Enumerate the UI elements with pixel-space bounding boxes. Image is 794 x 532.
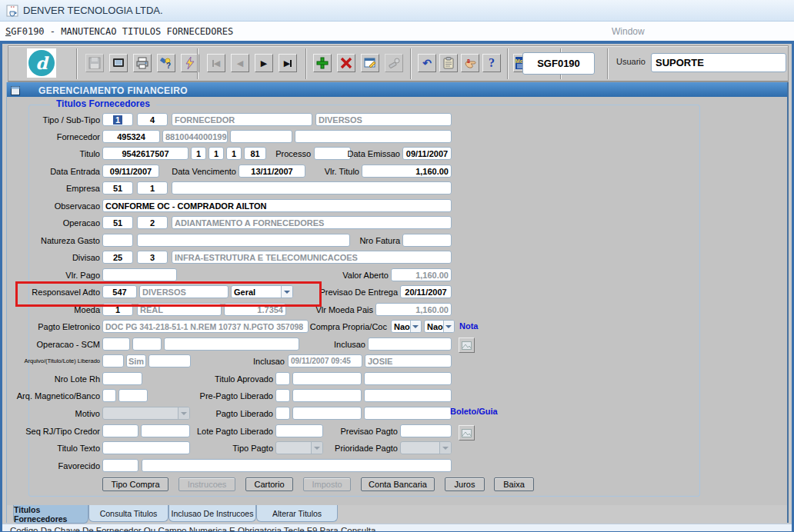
titulo-seq1-field[interactable]: 1 (191, 147, 206, 160)
nota-image-button[interactable] (459, 337, 475, 353)
previous-record-button[interactable]: ◀ (231, 54, 249, 72)
nro-fatura-field[interactable] (402, 234, 452, 247)
enter-query-button[interactable]: ? (157, 54, 175, 72)
processo-field[interactable] (314, 147, 351, 160)
compra-propria-dropdown[interactable]: Nao (391, 320, 422, 333)
favorecido-field[interactable] (102, 459, 138, 472)
observacao-field[interactable]: CONFORME OC - COMPRADOR AILTON (102, 199, 452, 212)
valor-aberto-field[interactable]: 1,160.00 (391, 268, 452, 281)
tab-consulta-titulos[interactable]: Consulta Titulos (88, 505, 168, 522)
vlr-moeda-pais-field[interactable]: 1,160.00 (375, 303, 452, 316)
favorecido-nome-field[interactable] (142, 459, 452, 472)
inclusao-scm-field[interactable] (368, 337, 452, 351)
count-hits-button[interactable]: 8 (461, 54, 479, 72)
empresa-filial-field[interactable]: 1 (137, 181, 168, 195)
inclusao-data-field[interactable]: 09/11/2007 09:45 (288, 354, 362, 367)
vlr-pago-field[interactable] (102, 268, 177, 281)
titulo-tipo-field[interactable]: 81 (244, 147, 266, 160)
insert-record-button[interactable] (313, 54, 332, 72)
nota-link[interactable]: Nota (459, 321, 478, 331)
tab-alterar-titulos[interactable]: Alterar Titulos (256, 505, 338, 522)
operacao-scm-field2[interactable] (132, 337, 162, 351)
tab-inclusao-de-instrucoes[interactable]: Inclusao De Instrucoes (168, 505, 256, 522)
undo-button[interactable]: ↶ (418, 54, 436, 72)
nro-lote-rh-field[interactable] (102, 372, 142, 385)
operacao-scm-field1[interactable] (102, 337, 130, 351)
previsao-pagto-field[interactable] (400, 424, 452, 437)
help-icon: ? (489, 56, 495, 70)
titulo-texto-field[interactable] (102, 441, 190, 454)
pagto-liberado-usuario-field[interactable] (364, 407, 452, 420)
pre-pagto-usuario-field[interactable] (364, 389, 452, 402)
clear-record-button[interactable] (385, 54, 403, 72)
cartorio-button[interactable]: Cartorio (245, 477, 293, 491)
data-vencimento-field[interactable]: 13/11/2007 (239, 165, 305, 178)
tipo-desc-field[interactable]: FORNECEDOR (172, 113, 312, 126)
clipboard-icon (442, 57, 455, 69)
divisao-sub-field[interactable]: 3 (137, 251, 168, 264)
data-entrada-field[interactable]: 09/11/2007 (102, 165, 159, 178)
edit-record-button[interactable] (361, 54, 379, 72)
subtipo-field[interactable]: 4 (137, 113, 168, 126)
fornecedor-cnpj-field[interactable]: 8810044000199 (162, 130, 228, 143)
fornecedor-field[interactable]: 495324 (102, 130, 160, 143)
data-emissao-field[interactable]: 09/11/2007 (402, 147, 452, 160)
pre-pagto-flag-field[interactable] (275, 389, 290, 402)
operacao-sub-field[interactable]: 2 (137, 216, 168, 229)
juros-button[interactable]: Juros (445, 477, 485, 491)
previsao-entrega-field[interactable]: 20/11/2007 (400, 285, 452, 298)
usuario-field[interactable]: SUPORTE (651, 53, 786, 72)
titulo-seq2-field[interactable]: 1 (209, 147, 224, 160)
tipo-field[interactable]: 1 (102, 113, 133, 126)
pagto-liberado-flag-field[interactable] (275, 407, 290, 420)
next-record-button[interactable]: ▶ (255, 54, 273, 72)
baixa-button[interactable]: Baixa (494, 477, 534, 491)
menu-item-window[interactable]: Window (612, 26, 645, 37)
empresa-desc-field[interactable] (172, 181, 452, 195)
titulo-seq3-field[interactable]: 1 (226, 147, 242, 160)
operacao-desc-field[interactable]: ADIANTAMENTO A FORNECEDORES (172, 216, 452, 229)
natureza-gasto-desc-field[interactable] (137, 234, 350, 247)
arquivo-liberado-field[interactable] (102, 354, 124, 367)
tab-titulos-fornecedores[interactable]: Titulos Fornecedores (13, 505, 88, 524)
divisao-desc-field[interactable]: INFRA-ESTRUTURA E TELECOMUNICACOES (172, 251, 452, 264)
help-button[interactable]: ? (482, 54, 501, 72)
pre-pagto-data-field[interactable] (292, 389, 362, 402)
pagto-liberado-data-field[interactable] (292, 407, 362, 420)
tipo-compra-button[interactable]: Tipo Compra (102, 477, 168, 491)
titulo-aprovado-flag-field[interactable] (275, 372, 290, 385)
display-button[interactable] (109, 54, 128, 72)
arquivo-liberado-aux-field[interactable] (148, 354, 191, 367)
subtipo-desc-field[interactable]: DIVERSOS (315, 113, 452, 126)
delete-record-button[interactable] (337, 54, 355, 72)
titulo-aprovado-data-field[interactable] (292, 372, 362, 385)
conta-bancaria-button[interactable]: Conta Bancaria (361, 477, 435, 491)
last-record-button[interactable]: ▶ (279, 54, 297, 72)
tipo-credor-field[interactable] (141, 424, 190, 437)
print-button[interactable] (133, 54, 152, 72)
titulo-numero-field[interactable]: 9542617507 (102, 147, 188, 160)
operacao-field[interactable]: 51 (102, 216, 133, 229)
arq-magnetico-field[interactable] (102, 389, 116, 402)
divisao-field[interactable]: 25 (102, 251, 133, 264)
pagto-eletronico-field[interactable]: DOC PG 341-218-51-1 N.REM 10737 N.PGTO 3… (102, 320, 309, 333)
coc-dropdown[interactable]: Nao (424, 320, 455, 333)
clipboard-button[interactable] (439, 54, 458, 72)
inclusao-usuario-field[interactable]: JOSIE (365, 354, 452, 367)
boleto-guia-link[interactable]: Boleto/Guia (450, 407, 498, 416)
natureza-gasto-field[interactable] (102, 234, 133, 247)
save-button[interactable] (85, 54, 104, 72)
fornecedor-aux-field[interactable] (230, 130, 292, 143)
arquivo-liberado-sim-field[interactable]: Sim (126, 354, 146, 367)
vlr-titulo-field[interactable]: 1,160.00 (362, 165, 452, 178)
seq-rj-field[interactable] (102, 424, 138, 437)
fornecedor-nome-field[interactable] (295, 130, 452, 143)
arq-magnetico-banco-field[interactable] (118, 389, 148, 402)
titulo-aprovado-usuario-field[interactable] (364, 372, 452, 385)
first-record-button[interactable]: ◀ (207, 54, 225, 72)
empresa-field[interactable]: 51 (102, 181, 133, 195)
boleto-image-button[interactable] (459, 425, 475, 441)
operacao-scm-desc-field[interactable] (164, 337, 299, 351)
menu-item-module[interactable]: SGF0190 - MANUTENCAO TITULOS FORNECEDORE… (5, 26, 233, 37)
lote-pagto-liberado-field[interactable] (275, 424, 323, 437)
